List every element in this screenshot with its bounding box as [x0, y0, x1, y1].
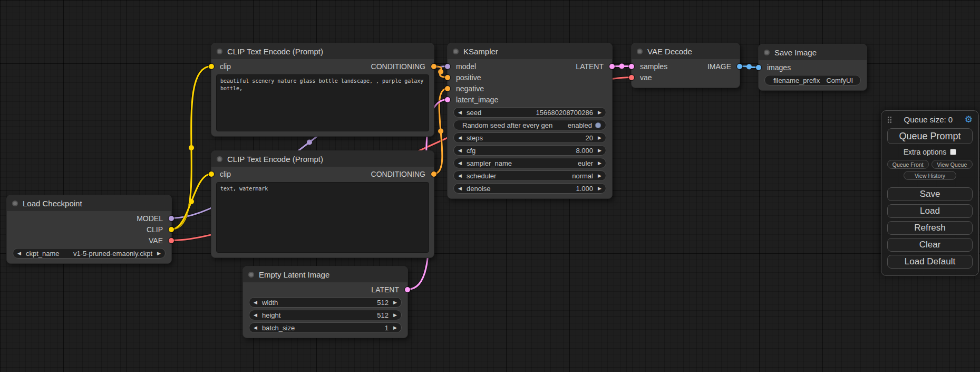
input-port-clip[interactable]: [209, 171, 214, 177]
node-title-bar[interactable]: Load Checkpoint: [7, 195, 171, 211]
output-port-latent[interactable]: [405, 287, 410, 292]
node-title-bar[interactable]: KSampler: [448, 43, 612, 59]
node-title-text: Load Checkpoint: [23, 199, 82, 208]
output-port-image[interactable]: [737, 64, 742, 69]
input-port-model[interactable]: [445, 64, 450, 69]
scheduler-widget[interactable]: ◀ scheduler normal ▶: [453, 170, 606, 181]
positive-prompt-textarea[interactable]: beautiful scenery nature glass bottle la…: [216, 74, 429, 131]
steps-widget[interactable]: ◀ steps 20 ▶: [453, 132, 606, 143]
queue-prompt-button[interactable]: Queue Prompt: [887, 128, 973, 144]
decrement-arrow-icon[interactable]: ◀: [458, 136, 464, 140]
node-empty-latent-image[interactable]: Empty Latent Image LATENT ◀ width 512 ▶ …: [242, 266, 408, 338]
view-history-button[interactable]: View History: [904, 171, 956, 180]
node-title-bar[interactable]: Empty Latent Image: [243, 266, 407, 282]
load-default-button[interactable]: Load Default: [887, 255, 973, 269]
node-collapse-dot[interactable]: [12, 201, 18, 206]
input-label-latent-image: latent_image: [456, 96, 498, 104]
input-port-latent-image[interactable]: [445, 97, 450, 102]
link-midpoint-dot: [438, 69, 443, 74]
cfg-widget[interactable]: ◀ cfg 8.000 ▶: [453, 145, 606, 156]
node-title-text: CLIP Text Encode (Prompt): [227, 47, 323, 56]
ckpt-name-widget[interactable]: ◀ ckpt_name v1-5-pruned-emaonly.ckpt ▶: [13, 248, 166, 259]
node-clip-text-encode-negative[interactable]: CLIP Text Encode (Prompt) clip CONDITION…: [211, 150, 434, 258]
node-collapse-dot[interactable]: [217, 156, 222, 162]
node-collapse-dot[interactable]: [637, 49, 643, 54]
increment-arrow-icon[interactable]: ▶: [595, 186, 601, 191]
node-clip-text-encode-positive[interactable]: CLIP Text Encode (Prompt) clip CONDITION…: [211, 43, 434, 137]
increment-arrow-icon[interactable]: ▶: [595, 148, 601, 153]
input-port-samples[interactable]: [629, 64, 634, 69]
output-port-vae[interactable]: [169, 238, 174, 243]
node-ksampler[interactable]: KSampler model LATENT positive negative …: [447, 43, 613, 199]
increment-arrow-icon[interactable]: ▶: [391, 300, 397, 305]
widget-value: 8.000: [576, 147, 593, 155]
node-save-image[interactable]: Save Image images filename_prefix ComfyU…: [758, 44, 867, 91]
queue-front-button[interactable]: Queue Front: [887, 160, 929, 169]
node-title-bar[interactable]: CLIP Text Encode (Prompt): [211, 151, 434, 167]
node-title-bar[interactable]: Save Image: [759, 44, 867, 60]
slot-row: CLIP: [7, 224, 171, 235]
output-port-model[interactable]: [169, 216, 174, 221]
output-port-clip[interactable]: [169, 227, 174, 232]
input-port-vae[interactable]: [629, 75, 634, 80]
queue-size-label: Queue size: 0: [892, 115, 965, 124]
filename-prefix-widget[interactable]: filename_prefix ComfyUI: [764, 75, 861, 85]
increment-arrow-icon[interactable]: ▶: [154, 251, 161, 256]
output-port-latent[interactable]: [609, 64, 615, 69]
output-port-conditioning[interactable]: [431, 171, 436, 177]
random-seed-toggle-widget[interactable]: Random seed after every gen enabled: [453, 120, 606, 130]
increment-arrow-icon[interactable]: ▶: [595, 110, 601, 115]
widget-value: v1-5-pruned-emaonly.ckpt: [73, 250, 152, 257]
output-port-conditioning[interactable]: [431, 64, 436, 69]
decrement-arrow-icon[interactable]: ◀: [254, 300, 260, 305]
decrement-arrow-icon[interactable]: ◀: [458, 148, 464, 153]
decrement-arrow-icon[interactable]: ◀: [254, 313, 260, 318]
refresh-button[interactable]: Refresh: [887, 221, 973, 235]
settings-gear-icon[interactable]: ⚙: [965, 115, 973, 124]
decrement-arrow-icon[interactable]: ◀: [458, 161, 464, 166]
load-button[interactable]: Load: [887, 204, 973, 218]
decrement-arrow-icon[interactable]: ◀: [458, 174, 464, 178]
node-vae-decode[interactable]: VAE Decode samples IMAGE vae: [631, 43, 740, 88]
clear-button[interactable]: Clear: [887, 238, 973, 252]
decrement-arrow-icon[interactable]: ◀: [458, 110, 464, 115]
node-title-bar[interactable]: VAE Decode: [632, 43, 740, 59]
drag-handle[interactable]: [887, 116, 892, 123]
node-graph-canvas[interactable]: Load Checkpoint MODEL CLIP VAE ◀ ckpt_na…: [0, 0, 980, 372]
increment-arrow-icon[interactable]: ▶: [595, 174, 601, 178]
node-title-bar[interactable]: CLIP Text Encode (Prompt): [211, 43, 434, 59]
decrement-arrow-icon[interactable]: ◀: [458, 186, 464, 191]
view-queue-button[interactable]: View Queue: [932, 160, 973, 169]
toggle-indicator[interactable]: [595, 122, 601, 128]
sampler-name-widget[interactable]: ◀ sampler_name euler ▶: [453, 158, 606, 168]
node-collapse-dot[interactable]: [453, 49, 459, 54]
seed-widget[interactable]: ◀ seed 156680208700286 ▶: [453, 107, 606, 118]
input-port-negative[interactable]: [445, 86, 450, 91]
decrement-arrow-icon[interactable]: ◀: [254, 326, 260, 330]
output-label-latent: LATENT: [576, 62, 604, 71]
input-port-clip[interactable]: [209, 64, 214, 69]
node-collapse-dot[interactable]: [248, 272, 254, 278]
input-port-positive[interactable]: [445, 75, 450, 80]
node-load-checkpoint[interactable]: Load Checkpoint MODEL CLIP VAE ◀ ckpt_na…: [6, 195, 172, 264]
input-label-positive: positive: [456, 73, 481, 82]
increment-arrow-icon[interactable]: ▶: [595, 136, 601, 140]
output-label-vae: VAE: [149, 236, 163, 245]
node-collapse-dot[interactable]: [764, 50, 770, 55]
node-collapse-dot[interactable]: [217, 49, 222, 54]
negative-prompt-textarea[interactable]: text, watermark: [216, 182, 429, 253]
widget-label: filename_prefix: [773, 77, 820, 84]
increment-arrow-icon[interactable]: ▶: [595, 161, 601, 166]
extra-options-checkbox[interactable]: [950, 149, 956, 155]
width-widget[interactable]: ◀ width 512 ▶: [249, 297, 402, 308]
widget-label: width: [262, 299, 278, 307]
increment-arrow-icon[interactable]: ▶: [391, 313, 397, 318]
batch-size-widget[interactable]: ◀ batch_size 1 ▶: [249, 322, 402, 333]
height-widget[interactable]: ◀ height 512 ▶: [249, 310, 402, 320]
denoise-widget[interactable]: ◀ denoise 1.000 ▶: [453, 183, 606, 194]
slot-row: positive: [448, 72, 612, 83]
decrement-arrow-icon[interactable]: ◀: [17, 251, 24, 256]
input-port-images[interactable]: [756, 65, 761, 70]
increment-arrow-icon[interactable]: ▶: [391, 326, 397, 330]
save-button[interactable]: Save: [887, 187, 973, 201]
